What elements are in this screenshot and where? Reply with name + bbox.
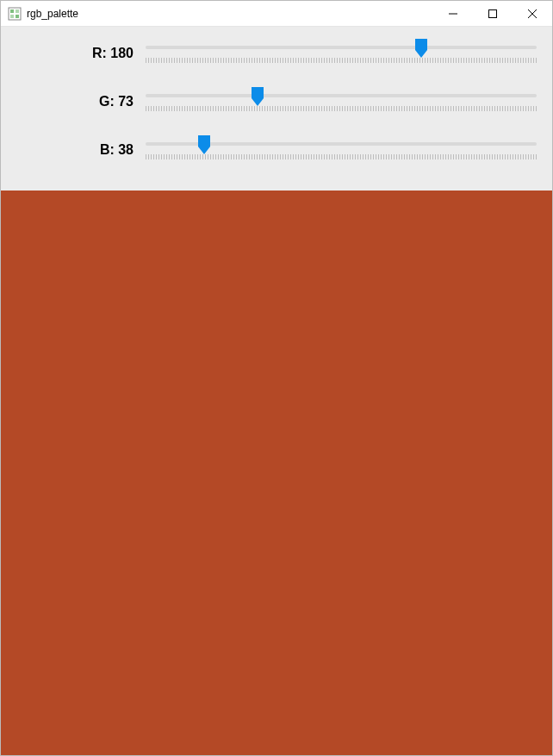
slider-g[interactable]	[146, 87, 537, 116]
slider-label-b: B: 38	[16, 142, 137, 158]
minimize-button[interactable]	[433, 1, 473, 27]
slider-row-g: G: 73	[16, 87, 537, 116]
slider-panel: R: 180 G: 73 B: 38	[1, 27, 552, 191]
window-title: rgb_palette	[27, 8, 78, 20]
slider-row-r: R: 180	[16, 39, 537, 68]
svg-line-8	[528, 9, 537, 18]
maximize-button[interactable]	[473, 1, 513, 27]
svg-rect-4	[16, 15, 19, 18]
slider-r[interactable]	[146, 39, 537, 68]
slider-row-b: B: 38	[16, 135, 537, 165]
svg-rect-3	[10, 15, 14, 18]
window-titlebar: rgb_palette	[1, 1, 552, 27]
svg-rect-2	[16, 9, 19, 13]
svg-line-7	[528, 9, 537, 18]
slider-b[interactable]	[146, 135, 537, 165]
color-preview	[1, 191, 552, 755]
app-icon	[8, 7, 22, 21]
close-button[interactable]	[513, 1, 552, 27]
svg-rect-1	[10, 9, 14, 13]
slider-label-r: R: 180	[16, 46, 137, 61]
svg-rect-6	[489, 9, 497, 17]
slider-label-g: G: 73	[16, 94, 137, 109]
